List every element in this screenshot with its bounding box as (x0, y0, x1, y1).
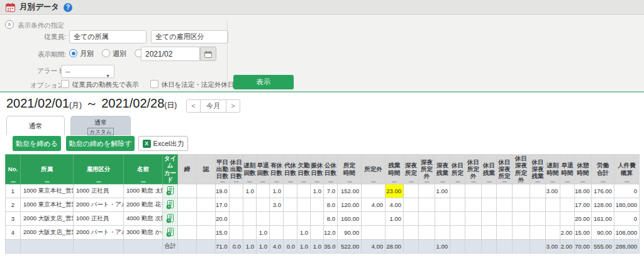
option-workplace[interactable]: 従業員の勤務先で表示 (61, 80, 139, 89)
cell-approved (197, 184, 216, 198)
cell-timecard (163, 225, 178, 239)
radio-monthly-circle[interactable] (69, 49, 77, 57)
next-month-button[interactable]: > (226, 99, 240, 113)
cell-late-time: 3.00 (546, 239, 560, 253)
sort-icon (314, 181, 319, 182)
column-header-employment-type[interactable]: 雇用区分 (74, 155, 124, 184)
column-header-holiday-overtime[interactable]: 休日 残業 (482, 155, 497, 184)
this-month-button[interactable]: 今月 (200, 99, 226, 113)
column-header-absence-days[interactable]: 欠勤 日数 (297, 155, 311, 184)
radio-monthly[interactable]: 月別 (69, 49, 94, 59)
column-header-holiday-scheduled[interactable]: 休日 所定 (450, 155, 465, 184)
column-header-holiday-night-non-scheduled[interactable]: 休日 深夜 所定外 (513, 155, 530, 184)
department-select[interactable] (69, 30, 147, 43)
column-header-paid-leave-days[interactable]: 有休 日数 (270, 155, 284, 184)
column-header-transfer-leave-days[interactable]: 振休 日数 (311, 155, 324, 184)
close-attendance-button[interactable]: 勤怠を締める (13, 136, 61, 151)
radio-weekly[interactable]: 週別 (102, 49, 126, 59)
cell-weekday-attendance-days: 15.0 (216, 225, 230, 239)
sort-icon (440, 181, 445, 182)
month-nav: < 今月 > (186, 99, 240, 113)
sort-icon (580, 181, 586, 182)
cell-name: 1000 勤怠 太郎 (124, 184, 163, 198)
cell-comp-leave-days (284, 198, 297, 211)
column-header-late-count[interactable]: 遅刻 回数 (243, 155, 257, 184)
range-start: 2021/02/01 (6, 96, 69, 110)
display-button[interactable]: 表示 (233, 75, 294, 89)
cell-labor-cost-estimate: 180,000 (614, 198, 640, 211)
cell-night-non-scheduled (419, 239, 435, 253)
cell-employment-type: 1000 正社員 (74, 211, 124, 225)
help-icon[interactable]: ? (64, 3, 72, 12)
timecard-icon[interactable] (166, 214, 175, 223)
prev-month-button[interactable]: < (186, 99, 201, 113)
cell-holiday-attendance-days (230, 225, 243, 239)
timecard-icon[interactable] (166, 186, 175, 196)
column-header-holiday-night-scheduled[interactable]: 休日 深夜 所定 (497, 155, 513, 184)
cell-late-count (243, 225, 257, 239)
cell-absence-days: 1.0 (297, 225, 311, 239)
sort-icon (234, 181, 239, 182)
column-header-non-scheduled[interactable]: 所定外 (362, 155, 386, 184)
cell-name (124, 239, 163, 253)
range-end-dow: (日) (164, 101, 177, 109)
column-header-night-overtime[interactable]: 深夜 残業 (435, 155, 450, 184)
cell-name: 3000 勤怠 かなこ (124, 225, 163, 239)
column-header-comp-leave-days[interactable]: 代休 日数 (284, 155, 297, 184)
workplace-checkbox[interactable] (61, 80, 69, 88)
cell-transfer-leave-days (311, 198, 324, 211)
sort-icon (220, 181, 225, 182)
column-header-holiday-non-scheduled[interactable]: 休日 所定外 (465, 155, 482, 184)
column-header-no[interactable]: No. (6, 155, 21, 184)
column-header-night-non-scheduled[interactable]: 深夜 所定外 (419, 155, 435, 184)
cell-comp-leave-days (284, 225, 297, 239)
cell-name: 2000 勤怠 花子 (124, 198, 163, 211)
column-header-weekday-attendance-days[interactable]: 平日 出勤 日数 (216, 155, 230, 184)
column-header-name[interactable]: 名前 (124, 155, 163, 184)
cell-comp-leave-days: 0.0 (284, 239, 297, 253)
cell-approved (197, 211, 216, 225)
excel-export-button[interactable]: X Excel出力 (138, 136, 188, 151)
column-header-early-leave-time[interactable]: 早退 時間 (560, 155, 575, 184)
unlock-attendance-button[interactable]: 勤怠の締めを解除する (66, 136, 135, 151)
cell-night-overtime (435, 211, 450, 225)
timecard-icon[interactable] (166, 200, 175, 210)
tab-normal-custom[interactable]: 通常 カスタム (70, 116, 131, 135)
column-header-overtime[interactable]: 残業 時間 (386, 155, 404, 184)
sort-icon (260, 181, 265, 182)
column-header-labor-cost-estimate[interactable]: 人件費 概算 (614, 155, 640, 184)
cell-late-count: 1.0 (243, 239, 257, 253)
column-header-labor-total[interactable]: 労働 合計 (592, 155, 614, 184)
column-header-holiday-attendance-days[interactable]: 休日 出勤 日数 (230, 155, 243, 184)
column-header-scheduled-time[interactable]: 所定 時間 (338, 155, 362, 184)
month-input[interactable] (141, 47, 200, 61)
column-header-early-leave-count[interactable]: 早退 回数 (257, 155, 270, 184)
cell-night-non-scheduled (419, 184, 435, 198)
collapse-icon[interactable]: ∧ (5, 20, 14, 29)
cell-late-time (546, 211, 560, 225)
cell-comp-leave-days (284, 184, 297, 198)
cell-early-leave-count (257, 198, 270, 211)
tab-normal[interactable]: 通常 (6, 116, 65, 135)
employment-select[interactable] (151, 30, 228, 43)
alert-select[interactable]: -- ▼ (61, 65, 114, 78)
cell-overtime: 4.00 (386, 198, 404, 211)
column-header-break-time[interactable]: 休憩 時間 (575, 155, 592, 184)
column-header-late-time[interactable]: 遅刻 時間 (546, 155, 560, 184)
legal-holiday-checkbox[interactable] (150, 80, 158, 88)
cell-non-scheduled (362, 225, 386, 239)
cell-employment-type: 2000 パート・アルバイト (74, 198, 124, 211)
column-header-public-holiday-days[interactable]: 公休 日数 (324, 155, 338, 184)
cell-paid-leave-days: 1.0 (270, 184, 284, 198)
column-header-department[interactable]: 所属 (21, 155, 74, 184)
totals-row: 合計71.00.01.01.04.00.01.01.035.0522.004.0… (6, 239, 640, 253)
cell-approved (197, 198, 216, 211)
cell-holiday-overtime (482, 239, 497, 253)
column-header-holiday-night-overtime[interactable]: 休日 深夜 残業 (530, 155, 546, 184)
radio-weekly-circle[interactable] (102, 49, 110, 57)
cell-holiday-overtime (482, 211, 497, 225)
cell-transfer-leave-days: 1.0 (311, 239, 324, 253)
month-picker-button[interactable] (200, 47, 216, 61)
timecard-icon[interactable] (166, 228, 175, 237)
column-header-night-scheduled[interactable]: 深夜 所定 (404, 155, 419, 184)
